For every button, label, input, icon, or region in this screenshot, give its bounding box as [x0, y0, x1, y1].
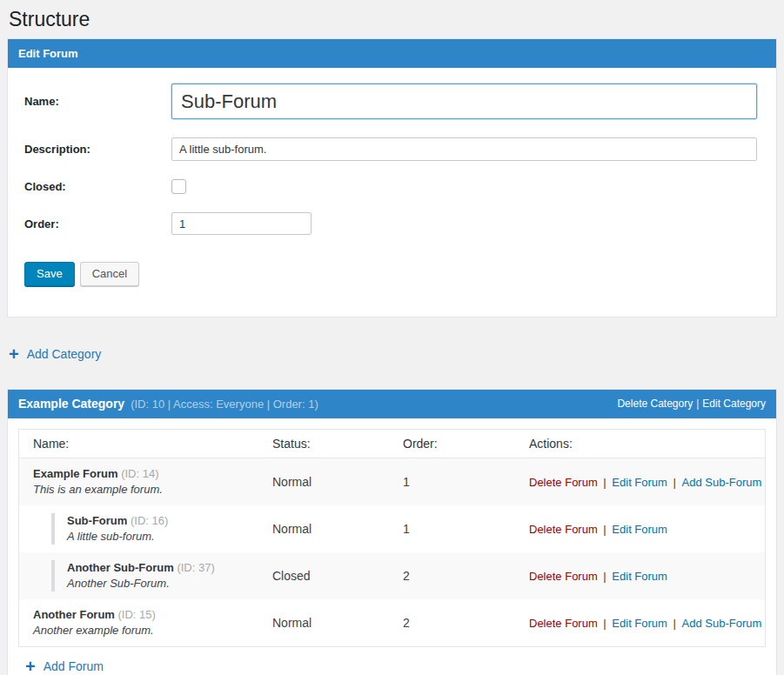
forum-id: (ID: 16) — [131, 514, 168, 527]
closed-checkbox[interactable] — [171, 179, 186, 194]
edit-forum-panel-header: Edit Forum — [8, 39, 776, 68]
category-meta: (ID: 10 | Access: Everyone | Order: 1) — [131, 397, 318, 411]
edit-forum-link[interactable]: Edit Forum — [612, 476, 667, 489]
separator: | — [598, 523, 613, 536]
forum-table-row: Another Sub-Forum (ID: 37) Another Sub-F… — [19, 552, 765, 599]
add-category-link[interactable]: + Add Category — [9, 346, 101, 362]
forum-table-row: Sub-Forum (ID: 16) A little sub-forum. N… — [19, 505, 765, 552]
delete-forum-link[interactable]: Delete Forum — [529, 570, 598, 583]
forum-status: Closed — [258, 562, 389, 590]
forum-order: 2 — [389, 562, 515, 590]
separator: | — [667, 617, 682, 630]
add-sub-forum-link[interactable]: Add Sub-Forum — [682, 617, 762, 630]
add-forum-label: Add Forum — [44, 659, 104, 673]
edit-forum-panel: Edit Forum Name: Description: Closed: Or… — [7, 38, 777, 317]
forum-name: Sub-Forum (ID: 16) — [67, 513, 245, 529]
edit-forum-link[interactable]: Edit Forum — [612, 617, 667, 630]
column-header-name: Name: — [19, 430, 258, 458]
forum-order: 1 — [389, 468, 515, 496]
forum-description: This is an example forum. — [33, 482, 245, 498]
forum-status: Normal — [258, 515, 389, 543]
forum-actions: Delete Forum | Edit Forum — [515, 563, 765, 590]
column-header-status: Status: — [258, 430, 389, 458]
description-input[interactable] — [171, 137, 757, 161]
category-panel: Example Category (ID: 10 | Access: Every… — [7, 389, 777, 675]
separator: | — [598, 570, 613, 583]
cancel-button[interactable]: Cancel — [80, 262, 139, 286]
forum-id: (ID: 37) — [177, 561, 214, 574]
closed-label: Closed: — [24, 180, 171, 193]
category-body: Name: Status: Order: Actions: Example Fo… — [8, 418, 776, 675]
forum-description: A little sub-forum. — [67, 529, 245, 545]
forum-actions: Delete Forum | Edit Forum | Add Sub-Foru… — [515, 469, 775, 496]
forum-table: Name: Status: Order: Actions: Example Fo… — [18, 429, 766, 647]
name-input[interactable] — [171, 84, 757, 119]
separator: | — [598, 617, 613, 630]
forum-table-row: Example Forum (ID: 14) This is an exampl… — [19, 458, 765, 505]
forum-name: Example Forum (ID: 14) — [33, 466, 245, 482]
category-title: Example Category — [18, 397, 124, 411]
edit-forum-title: Edit Forum — [18, 46, 78, 61]
delete-forum-link[interactable]: Delete Forum — [529, 523, 598, 536]
separator: | — [667, 476, 682, 489]
page-title: Structure — [0, 0, 784, 38]
forum-id: (ID: 14) — [121, 467, 158, 480]
order-label: Order: — [24, 217, 171, 231]
separator: | — [598, 476, 613, 489]
forum-description: Another example forum. — [33, 623, 245, 638]
plus-icon: + — [25, 658, 36, 674]
forum-status: Normal — [258, 468, 389, 496]
delete-forum-link[interactable]: Delete Forum — [529, 617, 598, 630]
delete-category-link[interactable]: Delete Category — [617, 398, 693, 410]
column-header-order: Order: — [389, 430, 515, 458]
description-label: Description: — [24, 143, 171, 156]
forum-order: 1 — [389, 515, 515, 543]
forum-description: Another Sub-Forum. — [67, 576, 245, 591]
add-category-label: Add Category — [27, 347, 102, 361]
delete-forum-link[interactable]: Delete Forum — [529, 476, 598, 489]
forum-order: 2 — [389, 609, 515, 637]
forum-id: (ID: 15) — [118, 608, 156, 621]
forum-actions: Delete Forum | Edit Forum — [515, 516, 765, 543]
edit-forum-form: Name: Description: Closed: Order: Save C… — [8, 68, 776, 317]
category-panel-header: Example Category (ID: 10 | Access: Every… — [8, 390, 776, 418]
forum-name: Another Sub-Forum (ID: 37) — [67, 560, 245, 576]
forum-name: Another Forum (ID: 15) — [33, 607, 245, 623]
edit-forum-link[interactable]: Edit Forum — [612, 570, 667, 583]
edit-forum-link[interactable]: Edit Forum — [612, 523, 667, 536]
order-input[interactable] — [171, 212, 312, 235]
forum-actions: Delete Forum | Edit Forum | Add Sub-Foru… — [515, 610, 775, 637]
edit-category-link[interactable]: Edit Category — [702, 398, 766, 410]
name-label: Name: — [24, 95, 171, 108]
save-button[interactable]: Save — [24, 262, 75, 286]
forum-table-header-row: Name: Status: Order: Actions: — [19, 430, 765, 458]
separator: | — [693, 398, 702, 410]
forum-table-row: Another Forum (ID: 15) Another example f… — [19, 599, 765, 646]
forum-status: Normal — [258, 609, 389, 637]
add-sub-forum-link[interactable]: Add Sub-Forum — [682, 476, 762, 489]
column-header-actions: Actions: — [515, 430, 765, 458]
add-forum-link[interactable]: + Add Forum — [25, 658, 104, 674]
plus-icon: + — [9, 346, 19, 362]
